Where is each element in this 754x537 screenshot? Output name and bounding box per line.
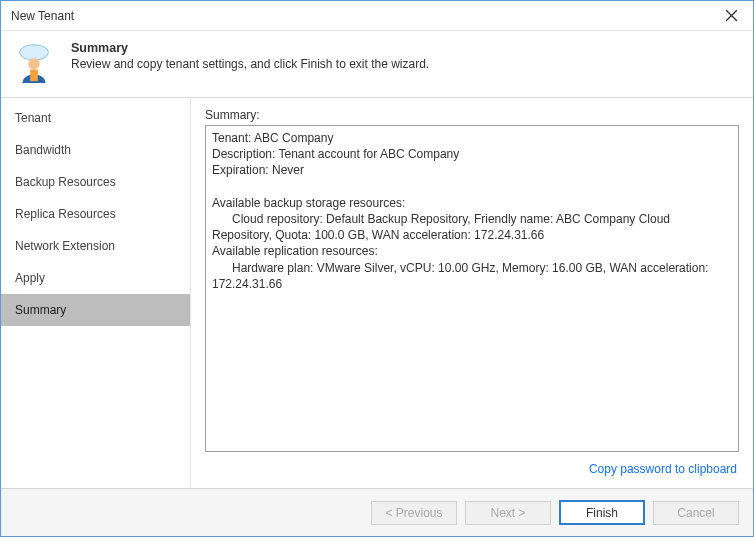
close-icon	[726, 10, 737, 21]
copy-link-row: Copy password to clipboard	[205, 452, 739, 482]
wizard-sidebar: Tenant Bandwidth Backup Resources Replic…	[1, 98, 191, 488]
nav-tenant[interactable]: Tenant	[1, 102, 190, 134]
svg-rect-4	[30, 70, 38, 82]
wizard-content: Summary: Tenant: ABC Company Description…	[191, 98, 753, 488]
copy-password-link[interactable]: Copy password to clipboard	[589, 462, 737, 476]
nav-apply[interactable]: Apply	[1, 262, 190, 294]
wizard-body: Tenant Bandwidth Backup Resources Replic…	[1, 98, 753, 488]
svg-point-3	[28, 58, 40, 70]
previous-button: < Previous	[371, 501, 457, 525]
header-text: Summary Review and copy tenant settings,…	[71, 39, 429, 71]
titlebar: New Tenant	[1, 1, 753, 31]
next-button: Next >	[465, 501, 551, 525]
nav-summary[interactable]: Summary	[1, 294, 190, 326]
close-button[interactable]	[709, 2, 753, 30]
summary-textbox[interactable]: Tenant: ABC Company Description: Tenant …	[205, 125, 739, 452]
wizard-header: Summary Review and copy tenant settings,…	[1, 31, 753, 98]
cancel-button: Cancel	[653, 501, 739, 525]
finish-button[interactable]: Finish	[559, 500, 645, 525]
nav-bandwidth[interactable]: Bandwidth	[1, 134, 190, 166]
svg-point-2	[20, 45, 49, 60]
wizard-window: New Tenant Summary Review and copy tenan…	[0, 0, 754, 537]
nav-network-extension[interactable]: Network Extension	[1, 230, 190, 262]
window-title: New Tenant	[11, 9, 74, 23]
summary-label: Summary:	[205, 108, 739, 122]
header-subtitle: Review and copy tenant settings, and cli…	[71, 57, 429, 71]
wizard-footer: < Previous Next > Finish Cancel	[1, 488, 753, 536]
nav-replica-resources[interactable]: Replica Resources	[1, 198, 190, 230]
nav-backup-resources[interactable]: Backup Resources	[1, 166, 190, 198]
tenant-icon	[11, 39, 57, 85]
header-title: Summary	[71, 41, 429, 55]
